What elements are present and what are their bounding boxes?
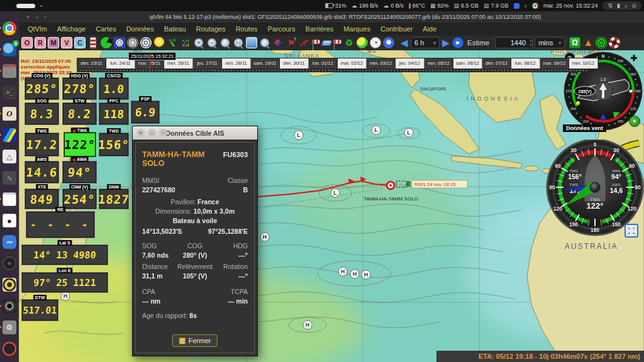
rescue-ring-button[interactable] xyxy=(609,37,620,48)
window-minimize-button[interactable]: – xyxy=(35,14,38,20)
dock-chrome[interactable] xyxy=(3,21,16,35)
time-interval-select[interactable]: 6 h▾ xyxy=(411,37,440,48)
windsock-button[interactable] xyxy=(312,40,320,44)
instrument-tws[interactable]: TWS17.2 xyxy=(25,133,58,156)
meteo-globe-button[interactable] xyxy=(357,37,368,48)
timeline-day-lun-08-12[interactable]: lun. 08/12 xyxy=(511,58,540,69)
menu-donn-es[interactable]: Données xyxy=(121,24,159,34)
timeline-tick-strip[interactable] xyxy=(77,69,587,72)
menu-qtvlm[interactable]: QtVlm xyxy=(23,24,52,34)
instrument-chrono[interactable]: RE- - - - xyxy=(26,212,94,238)
dock-kiwi[interactable]: ● xyxy=(3,214,16,228)
system-menu[interactable]: ⇅ ▮ ♪ ⊙ xyxy=(602,1,641,10)
fermer-button[interactable]: Fermer xyxy=(172,334,218,347)
grib-slab-button[interactable] xyxy=(321,40,333,46)
menu-marques[interactable]: Marques xyxy=(338,24,375,34)
dock-opencpn[interactable]: O xyxy=(3,107,16,121)
menu-cartes[interactable]: Cartes xyxy=(91,24,121,34)
instrument-ppc[interactable]: PPC118 xyxy=(99,103,128,124)
instrument-hdg[interactable]: HDG (V)278° xyxy=(63,78,96,99)
system-clock[interactable]: mar. 25 nov. 15:32:24 xyxy=(543,3,597,9)
timeline-cursor[interactable] xyxy=(149,53,150,72)
chrome-tray-icon[interactable] xyxy=(532,3,538,9)
dock-files[interactable] xyxy=(3,64,16,78)
boat-marker[interactable] xyxy=(387,182,394,189)
world-clock-button[interactable] xyxy=(383,37,394,48)
instrument-lat[interactable]: Lat S14° 13 4980 xyxy=(22,245,108,265)
instrument-awa[interactable]: AWA94° xyxy=(63,162,96,183)
dialog-minimize-button[interactable]: – xyxy=(148,129,156,137)
ais-antenna-button[interactable]: A.I.S xyxy=(167,37,178,48)
dock-turbine[interactable] xyxy=(3,256,16,270)
menu-routages[interactable]: Routages xyxy=(191,24,231,34)
timeline-day-mar-02-12[interactable]: mar. 02/12 xyxy=(338,58,367,69)
dialog-close-button[interactable]: × xyxy=(136,129,145,137)
compass-blue-button[interactable] xyxy=(114,37,125,48)
keyboard-layout-icon[interactable] xyxy=(514,3,519,9)
loupe-button[interactable] xyxy=(260,38,269,47)
timeline-day-sam-29-11[interactable]: sam. 29/11 xyxy=(251,58,280,69)
compass-rose-button[interactable] xyxy=(140,37,152,48)
grib-refresh-button[interactable]: ♻ xyxy=(343,37,355,48)
estime-duration-input[interactable]: 1440 ▴▾ xyxy=(495,37,533,48)
menu-bateau[interactable]: Bateau xyxy=(159,24,191,34)
spinner-arrows-icon[interactable]: ▴▾ xyxy=(530,38,532,47)
zoom-in-button[interactable]: + xyxy=(194,38,203,47)
compass-gray-button[interactable] xyxy=(127,37,138,48)
grib-pie-button[interactable] xyxy=(101,37,112,48)
chart-c-button[interactable]: C xyxy=(74,37,86,48)
gauge-resize-button[interactable]: ↘↙↗↖ xyxy=(625,224,638,238)
instrument-cog[interactable]: COG (V)285° xyxy=(25,78,58,99)
menu-aide[interactable]: Aide xyxy=(418,24,441,34)
instrument-cscd[interactable]: CS/CD1.0 xyxy=(99,78,128,99)
dock-thunderbird[interactable]: 3 xyxy=(3,43,16,57)
chart-m-button[interactable]: M xyxy=(48,37,59,48)
time-step-forward-button[interactable]: ▶ xyxy=(441,37,450,48)
timeline-day-mer-03-12[interactable]: mer. 03/12 xyxy=(367,58,396,69)
dialog-titlebar[interactable]: × – ▫ Données Cible AIS xyxy=(133,126,257,140)
dock-vlw[interactable]: vlw xyxy=(3,235,16,249)
timeline-day-lun-01-12[interactable]: lun. 01/12 xyxy=(309,58,338,69)
bearing-needle-button[interactable] xyxy=(274,39,282,47)
timeline-day-mar-09-12[interactable]: mar. 09/12 xyxy=(540,58,569,69)
dock-speaker[interactable] xyxy=(3,278,16,292)
dialog-maximize-button[interactable]: ▫ xyxy=(159,129,167,137)
lighthouse-button[interactable] xyxy=(90,37,96,48)
window-close-button[interactable]: × xyxy=(26,14,30,20)
menu-routes[interactable]: Routes xyxy=(231,24,263,34)
instrument-psp[interactable]: PSP6.9 xyxy=(131,101,159,123)
timeline-day-jeu-04-12[interactable]: jeu. 04/12 xyxy=(396,58,425,69)
timeline-day-ven-28-11[interactable]: ven. 28/11 xyxy=(222,58,251,69)
zoom-one-one-button[interactable]: 1:1 xyxy=(234,38,243,47)
warning-button[interactable]: ▲ xyxy=(582,37,594,48)
time-step-back-button[interactable]: ◀ xyxy=(400,37,409,48)
dock-globe-app[interactable]: △ xyxy=(3,150,16,163)
dock-qtvlm[interactable] xyxy=(3,128,16,142)
timeline-day-sam-06-12[interactable]: sam. 06/12 xyxy=(453,58,482,69)
estime-play-button[interactable]: ▶ xyxy=(452,37,464,48)
timeline-day-dim-30-11[interactable]: dim. 30/11 xyxy=(280,58,309,69)
dock-speaker-dark[interactable] xyxy=(3,299,16,313)
timeline-day-ven-05-12[interactable]: ven. 05/12 xyxy=(425,58,453,69)
instrument-lon[interactable]: Lon E97° 25 1121 xyxy=(22,273,108,292)
select-zone-button[interactable] xyxy=(246,37,257,48)
instrument-dtw[interactable]: DTW517.01 xyxy=(22,300,58,321)
clock-button[interactable]: ◔ xyxy=(370,37,381,48)
instrument-dnm[interactable]: DNM1827 xyxy=(99,189,128,209)
instrument-cnm[interactable]: CNM (V)254° xyxy=(63,189,96,209)
chart-o-button[interactable]: O xyxy=(21,37,33,48)
chart-r-button[interactable]: R xyxy=(35,37,46,48)
timeline-day-jeu-27-11[interactable]: jeu. 27/11 xyxy=(193,58,222,69)
timeline-day-dim-07-12[interactable]: dim. 07/12 xyxy=(482,58,511,69)
muted-speaker-icon[interactable]: ♪ xyxy=(525,3,528,9)
bulb-button[interactable] xyxy=(153,37,165,48)
target-rings-button[interactable] xyxy=(596,37,607,48)
timeline-day-mer-10-12[interactable]: mer. 10/12 xyxy=(569,58,598,69)
timeline-day-dim-23-11[interactable]: dim. 23/11 xyxy=(77,58,106,69)
instrument-sog[interactable]: SOG8.3 xyxy=(25,103,58,124)
estime-unit-select[interactable]: mins▾ xyxy=(535,37,565,48)
windrose-move-icon[interactable]: ✚ xyxy=(629,53,639,63)
chart-v-button[interactable]: V xyxy=(61,37,72,48)
instrument-twd[interactable]: TWD156° xyxy=(99,133,128,156)
instrument-aws[interactable]: AWS14.6 xyxy=(25,162,58,183)
